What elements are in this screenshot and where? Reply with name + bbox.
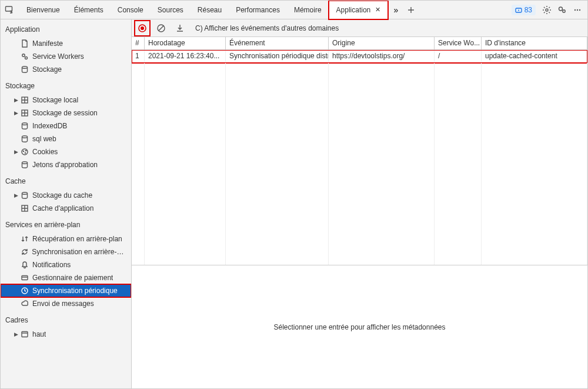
col-timestamp[interactable]: Horodatage <box>145 37 226 49</box>
inspect-icon[interactable] <box>3 4 16 16</box>
tab-label: Sources <box>158 6 183 14</box>
sidebar-item-notifications[interactable]: Notifications <box>1 258 131 271</box>
close-icon[interactable]: ✕ <box>375 6 380 14</box>
overflow-icon[interactable] <box>570 2 585 18</box>
chevron-right-icon: ▶ <box>12 97 19 103</box>
tab-label: Mémoire <box>294 6 322 14</box>
table-header: # Horodatage Événement Origine Service W… <box>132 37 587 50</box>
application-sidebar: Application Manifeste Service Workers St… <box>1 19 132 388</box>
tab-bienvenue[interactable]: Bienvenue <box>19 1 67 19</box>
devtools-tabstrip: Bienvenue Éléments Console Sources Résea… <box>1 1 587 19</box>
sync-icon <box>19 248 29 256</box>
svg-point-3 <box>546 9 548 11</box>
clock-icon <box>19 287 30 295</box>
database-icon <box>19 65 30 74</box>
more-tabs-icon[interactable]: » <box>388 2 403 18</box>
tab-elements[interactable]: Éléments <box>67 1 111 19</box>
section-background: Services en arrière-plan <box>1 215 131 232</box>
download-button[interactable] <box>173 21 187 35</box>
chevron-right-icon: ▶ <box>12 331 19 337</box>
sidebar-item-manifest[interactable]: Manifeste <box>1 37 131 50</box>
svg-rect-0 <box>6 6 12 11</box>
svg-point-21 <box>22 192 28 195</box>
col-event[interactable]: Événement <box>226 37 329 49</box>
sidebar-item-local-storage[interactable]: ▶Stockage local <box>1 94 131 107</box>
svg-point-16 <box>22 149 28 155</box>
grid-icon <box>19 109 30 117</box>
tab-memory[interactable]: Mémoire <box>287 1 329 19</box>
svg-point-9 <box>22 54 25 56</box>
col-instance[interactable]: ID d'instance <box>482 37 587 49</box>
sidebar-item-payment[interactable]: Gestionnaire de paiement <box>1 271 131 284</box>
svg-point-17 <box>23 151 24 151</box>
section-application: Application <box>1 19 131 37</box>
tab-console[interactable]: Console <box>111 1 151 19</box>
sidebar-item-websql[interactable]: sql web <box>1 132 131 145</box>
svg-point-2 <box>518 9 519 11</box>
add-tab-icon[interactable] <box>403 2 419 18</box>
svg-rect-25 <box>22 332 28 337</box>
svg-rect-23 <box>22 276 28 280</box>
sidebar-item-cookies[interactable]: ▶Cookies <box>1 145 131 158</box>
sidebar-item-bg-sync[interactable]: Synchronisation en arrière-plan <box>1 245 131 258</box>
sidebar-item-storage[interactable]: Stockage <box>1 63 131 76</box>
svg-point-20 <box>22 162 28 164</box>
feedback-icon[interactable] <box>554 2 570 18</box>
clear-button[interactable] <box>154 21 168 35</box>
window-icon <box>19 330 30 338</box>
sidebar-item-cache-storage[interactable]: ▶Stockage du cache <box>1 189 131 202</box>
card-icon <box>19 274 30 282</box>
database-icon <box>19 161 30 169</box>
detail-placeholder: Sélectionner une entrée pour afficher le… <box>274 323 446 331</box>
grid-lines <box>132 63 587 265</box>
svg-point-11 <box>22 67 28 69</box>
section-frames: Cadres <box>1 310 131 328</box>
detail-pane: Sélectionner une entrée pour afficher le… <box>132 265 587 388</box>
sidebar-item-push[interactable]: Envoi de messages <box>1 297 131 310</box>
tab-label: Performances <box>236 6 280 14</box>
content-pane: C) Afficher les événements d'autres doma… <box>132 19 587 388</box>
sidebar-item-top-frame[interactable]: ▶haut <box>1 328 131 341</box>
sidebar-item-app-cache[interactable]: Cache d'application <box>1 202 131 215</box>
record-button[interactable] <box>135 21 149 35</box>
tab-network[interactable]: Réseau <box>191 1 229 19</box>
sidebar-item-periodic-sync[interactable]: Synchronisation périodique <box>1 284 131 297</box>
other-domains-label: C) Afficher les événements d'autres doma… <box>195 24 339 32</box>
events-table: # Horodatage Événement Origine Service W… <box>132 37 587 388</box>
svg-point-8 <box>579 9 580 10</box>
database-icon <box>19 135 30 143</box>
bell-icon <box>19 261 30 269</box>
chevron-right-icon: ▶ <box>12 149 19 155</box>
col-origin[interactable]: Origine <box>329 37 435 49</box>
col-sw[interactable]: Service Wo... <box>435 37 482 49</box>
sidebar-item-bg-fetch[interactable]: Récupération en arrière-plan <box>1 232 131 245</box>
table-row[interactable]: 1 2021-09-21 16:23:40... Synchronisation… <box>132 50 587 63</box>
sidebar-item-session-storage[interactable]: ▶Stockage de session <box>1 107 131 119</box>
tab-performance[interactable]: Performances <box>229 1 287 19</box>
chevron-right-icon: ▶ <box>12 110 19 116</box>
issues-count: 83 <box>524 6 532 14</box>
tab-label: Console <box>118 6 143 14</box>
col-index[interactable]: # <box>132 37 145 49</box>
issues-badge[interactable]: 83 <box>512 5 536 15</box>
tab-application[interactable]: Application ✕ <box>329 1 389 19</box>
cell-index: 1 <box>132 50 145 63</box>
sidebar-item-service-workers[interactable]: Service Workers <box>1 50 131 63</box>
svg-point-7 <box>577 9 578 10</box>
cookie-icon <box>19 148 30 156</box>
database-icon <box>19 122 30 130</box>
grid-icon <box>19 96 30 104</box>
document-icon <box>19 39 30 48</box>
cell-origin: https://devtoolstips.org/ <box>329 50 435 63</box>
database-icon <box>19 191 30 200</box>
tab-sources[interactable]: Sources <box>151 1 191 19</box>
settings-icon[interactable] <box>539 2 554 18</box>
sidebar-item-indexeddb[interactable]: IndexedDB <box>1 119 131 132</box>
main-split: Application Manifeste Service Workers St… <box>1 19 587 388</box>
svg-point-15 <box>22 136 28 138</box>
tab-label: Application <box>336 6 371 14</box>
gears-icon <box>19 52 30 61</box>
section-cache: Cache <box>1 171 131 189</box>
sidebar-item-trust-tokens[interactable]: Jetons d'approbation <box>1 158 131 171</box>
tab-label: Réseau <box>198 6 222 14</box>
